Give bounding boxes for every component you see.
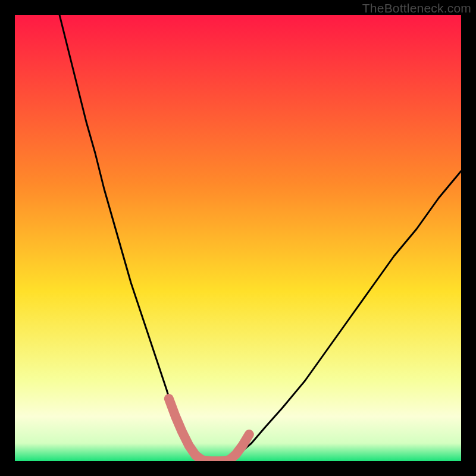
watermark-text: TheBottleneck.com — [362, 1, 471, 15]
gradient-background — [15, 15, 461, 461]
bottleneck-chart — [15, 15, 461, 461]
chart-frame: TheBottleneck.com — [0, 0, 476, 476]
